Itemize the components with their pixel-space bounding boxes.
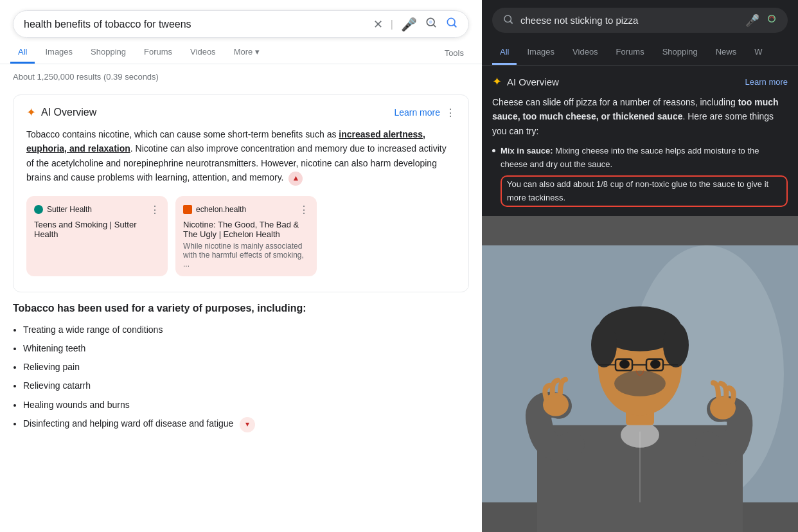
search-box: ✕ | 🎤 — [13, 10, 469, 38]
source-options-icon-1[interactable]: ⋮ — [150, 204, 160, 216]
source-card-header-2: echelon.health ⋮ — [183, 204, 309, 216]
svg-point-4 — [768, 15, 776, 22]
right-panel: 🎤 All Images Videos Forums Shopping News… — [482, 0, 798, 532]
right-search-icon — [502, 13, 514, 28]
list-item: Relieving catarrh — [23, 378, 469, 394]
source-name-2: echelon.health — [183, 205, 246, 214]
expand-button[interactable]: ▾ — [240, 417, 255, 432]
search-icon[interactable] — [445, 16, 458, 32]
right-ai-box: ✦ AI Overview Learn more Cheese can slid… — [482, 66, 798, 216]
right-tab-images[interactable]: Images — [519, 40, 562, 65]
svg-point-16 — [614, 371, 666, 396]
source-card-echelon[interactable]: echelon.health ⋮ Nicotine: The Good, The… — [175, 196, 317, 276]
right-learn-more-link[interactable]: Learn more — [745, 77, 788, 87]
list-item: Relieving pain — [23, 359, 469, 375]
right-microphone-icon[interactable]: 🎤 — [745, 13, 759, 28]
right-ai-overview-label: AI Overview — [507, 76, 559, 87]
echelon-icon — [183, 205, 192, 214]
tab-all[interactable]: All — [10, 42, 35, 64]
svg-point-18 — [650, 360, 661, 369]
source-cards: Sutter Health ⋮ Teens and Smoking | Sutt… — [26, 196, 456, 276]
right-ai-header: ✦ AI Overview Learn more — [492, 75, 788, 89]
collapse-button[interactable]: ▲ — [288, 172, 303, 186]
learn-more-link[interactable]: Learn more — [394, 107, 440, 118]
right-tab-forums[interactable]: Forums — [608, 40, 652, 65]
source-title-1: Teens and Smoking | Sutter Health — [34, 220, 160, 239]
right-search-input[interactable] — [520, 15, 739, 26]
right-search-box: 🎤 — [492, 8, 788, 33]
search-bar-area: ✕ | 🎤 — [0, 0, 482, 38]
source-name-1: Sutter Health — [34, 205, 92, 214]
right-tab-news[interactable]: News — [708, 40, 745, 65]
source-card-sutter[interactable]: Sutter Health ⋮ Teens and Smoking | Sutt… — [26, 196, 168, 276]
search-icons: ✕ | 🎤 — [373, 16, 458, 32]
source-desc-2: While nicotine is mainly associated with… — [183, 242, 309, 269]
source-card-header-1: Sutter Health ⋮ — [34, 204, 160, 216]
right-tab-videos[interactable]: Videos — [565, 40, 606, 65]
list-item: Whitening teeth — [23, 341, 469, 357]
svg-point-14 — [591, 323, 617, 368]
tools-button[interactable]: Tools — [437, 43, 472, 63]
tab-forums[interactable]: Forums — [136, 42, 180, 64]
tab-more[interactable]: More ▾ — [226, 42, 267, 64]
list-item: Disinfecting and helping ward off diseas… — [23, 416, 469, 432]
source-title-2: Nicotine: The Good, The Bad & The Ugly |… — [183, 220, 309, 239]
person-image — [482, 216, 798, 532]
microphone-icon[interactable]: 🎤 — [401, 17, 417, 32]
list-item: Healing wounds and burns — [23, 397, 469, 413]
nav-tabs: All Images Shopping Forums Videos More ▾… — [0, 38, 482, 64]
right-tab-more[interactable]: W — [747, 40, 770, 65]
results-info: About 1,250,000 results (0.39 seconds) — [0, 64, 482, 89]
ai-overview-header: ✦ AI Overview Learn more ⋮ — [26, 105, 456, 120]
svg-point-15 — [663, 323, 689, 368]
clear-icon[interactable]: ✕ — [373, 17, 383, 31]
right-nav-tabs: All Images Videos Forums Shopping News W — [482, 40, 798, 66]
right-bullet-1: Mix in sauce: Mixing cheese into the sau… — [492, 145, 788, 207]
ai-body-prefix: Tobacco contains nicotine, which can cau… — [26, 129, 339, 139]
right-ai-body-prefix: Cheese can slide off pizza for a number … — [492, 97, 738, 107]
tab-images[interactable]: Images — [37, 42, 80, 64]
right-ai-body: Cheese can slide off pizza for a number … — [492, 95, 788, 207]
right-bullet-2-wrapper: You can also add about 1/8 cup of non-to… — [501, 175, 788, 208]
right-bullet-2-circled: You can also add about 1/8 cup of non-to… — [501, 175, 788, 208]
sutter-icon — [34, 205, 43, 214]
svg-point-10 — [621, 422, 659, 448]
bullet-dot-1 — [492, 149, 495, 152]
svg-point-1 — [429, 21, 432, 24]
ai-header-right: Learn more ⋮ — [394, 107, 456, 119]
ai-overview-box: ✦ AI Overview Learn more ⋮ Tobacco conta… — [13, 94, 469, 292]
search-input[interactable] — [24, 19, 373, 30]
ai-body: Tobacco contains nicotine, which can cau… — [26, 127, 456, 186]
lens-icon[interactable] — [425, 16, 438, 32]
svg-point-17 — [619, 360, 630, 369]
source-options-icon-2[interactable]: ⋮ — [299, 204, 309, 216]
tab-shopping[interactable]: Shopping — [83, 42, 134, 64]
left-panel: ✕ | 🎤 All — [0, 0, 482, 532]
right-ai-title: ✦ AI Overview — [492, 75, 559, 89]
source-name-label-2: echelon.health — [196, 205, 246, 214]
right-sparkle-icon: ✦ — [492, 75, 502, 89]
more-options-icon[interactable]: ⋮ — [445, 107, 456, 119]
right-tab-all[interactable]: All — [492, 40, 517, 65]
right-bullet-1-text: Mix in sauce: Mixing cheese into the sau… — [501, 145, 788, 172]
right-tab-shopping[interactable]: Shopping — [655, 40, 705, 65]
sparkle-icon: ✦ — [26, 105, 36, 120]
right-lens-icon[interactable] — [766, 13, 777, 28]
bullet-list: Treating a wide range of conditions Whit… — [23, 322, 469, 432]
list-item: Treating a wide range of conditions — [23, 322, 469, 338]
tab-videos[interactable]: Videos — [182, 42, 224, 64]
source-name-label-1: Sutter Health — [47, 205, 92, 214]
ai-title: ✦ AI Overview — [26, 105, 96, 120]
person-illustration — [482, 216, 798, 532]
right-search-area: 🎤 — [482, 0, 798, 40]
right-bullet-item-1: Mix in sauce: Mixing cheese into the sau… — [492, 145, 788, 172]
ai-overview-label: AI Overview — [41, 107, 96, 118]
section-heading: Tobacco has been used for a variety of p… — [13, 303, 469, 314]
